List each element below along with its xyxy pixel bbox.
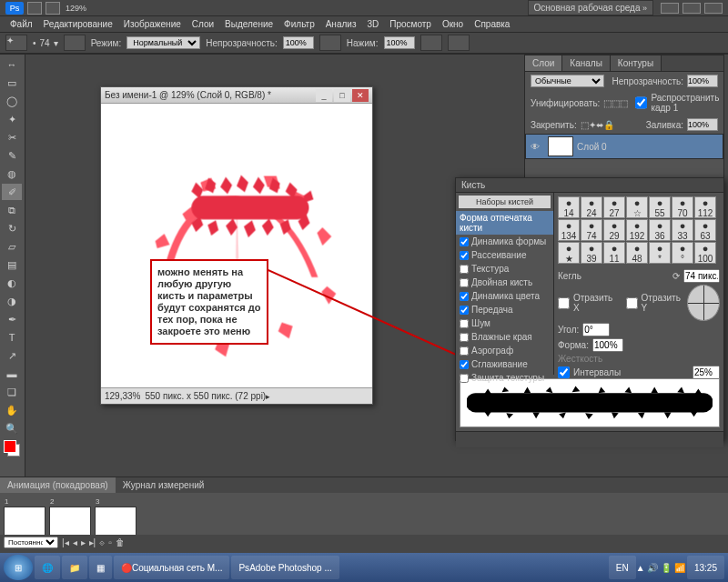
delete-frame-button[interactable]: 🗑 (116, 537, 125, 547)
gradient-tool[interactable]: ▤ (2, 256, 22, 273)
loop-select[interactable]: Постоянно (4, 537, 58, 548)
healing-tool[interactable]: ◍ (2, 166, 22, 182)
tablet-pressure-opacity[interactable] (319, 35, 341, 51)
brush-thumb[interactable]: ●29 (603, 219, 625, 241)
type-tool[interactable]: T (2, 329, 22, 346)
doc-minimize[interactable]: _ (316, 89, 332, 102)
brush-thumb[interactable]: ●48 (626, 242, 648, 264)
brush-presets-button[interactable]: Наборы кистей (459, 196, 551, 208)
brush-option-Влажные края[interactable]: Влажные края (456, 330, 553, 344)
dodge-tool[interactable]: ◑ (2, 293, 22, 309)
flipx-checkbox[interactable] (558, 297, 570, 309)
menu-filter[interactable]: Фильтр (279, 19, 319, 29)
lock-icons[interactable]: ⬚✦⬌🔒 (581, 120, 614, 130)
brush-thumb[interactable]: ●74 (581, 219, 602, 241)
brush-preset-picker[interactable]: ✦ (5, 35, 27, 51)
lasso-tool[interactable]: ◯ (2, 93, 22, 109)
shape-tool[interactable]: ▬ (2, 366, 22, 382)
opacity-input[interactable] (283, 36, 314, 49)
brush-thumbnails[interactable]: ●14●24●27●☆●55●70●112●134●74●29●192●36●3… (558, 196, 720, 264)
brush-thumb[interactable]: ●192 (626, 219, 648, 241)
propagate-checkbox[interactable] (635, 96, 647, 109)
brush-option-Шум[interactable]: Шум (456, 316, 553, 330)
tween-button[interactable]: ⟐ (99, 537, 105, 547)
next-frame-button[interactable]: ▸| (89, 537, 96, 547)
eyedropper-tool[interactable]: ✎ (2, 147, 22, 164)
unify-icons[interactable]: ⬚⬚⬚ (603, 98, 628, 108)
layer-opacity-input[interactable] (687, 75, 718, 87)
crop-tool[interactable]: ✂ (2, 129, 22, 146)
document-titlebar[interactable]: Без имени-1 @ 129% (Слой 0, RGB/8) * _ □… (101, 87, 372, 104)
brush-tool[interactable]: ✐ (2, 184, 22, 200)
minimize-button[interactable] (661, 3, 679, 14)
brush-option-Динамика цвета[interactable]: Динамика цвета (456, 289, 553, 303)
brush-thumb[interactable]: ●55 (649, 196, 671, 218)
taskbar-clock[interactable]: 13:25 (687, 556, 724, 579)
brush-thumb[interactable]: ●☆ (626, 196, 648, 218)
airbrush-toggle[interactable] (420, 35, 442, 51)
taskbar-lang[interactable]: EN (609, 556, 636, 579)
brush-thumb[interactable]: ●14 (558, 196, 580, 218)
brush-thumb[interactable]: ●63 (694, 219, 716, 241)
menu-3d[interactable]: 3D (362, 19, 383, 29)
blend-mode-layers[interactable]: Обычные (531, 75, 604, 87)
brush-thumb[interactable]: ●33 (672, 219, 693, 241)
spacing-input[interactable] (693, 366, 720, 379)
menu-analysis[interactable]: Анализ (321, 19, 361, 29)
pen-tool[interactable]: ✒ (2, 311, 22, 327)
first-frame-button[interactable]: |◂ (62, 537, 69, 547)
doc-maximize[interactable]: □ (334, 89, 350, 102)
menu-select[interactable]: Выделение (220, 19, 278, 29)
move-tool[interactable]: ↔ (2, 56, 22, 73)
taskbar-pin[interactable]: ▦ (89, 556, 112, 579)
taskbar-task-browser[interactable]: 🔴 Социальная сеть М... (114, 556, 229, 579)
tab-layers[interactable]: Слои (525, 55, 562, 71)
zoom-tool[interactable]: 🔍 (2, 420, 22, 436)
taskbar-pin[interactable]: 📁 (62, 556, 87, 579)
brush-panel-title[interactable]: Кисть (456, 178, 723, 193)
brush-thumb[interactable]: ●11 (603, 242, 625, 264)
brush-thumb[interactable]: ●* (649, 242, 671, 264)
tab-channels[interactable]: Каналы (562, 55, 611, 71)
play-button[interactable]: ▸ (81, 537, 86, 547)
roundness-input[interactable] (592, 338, 623, 352)
brush-option-Рассеивание[interactable]: Рассеивание (456, 248, 553, 262)
color-swatch[interactable] (4, 440, 20, 457)
history-brush-tool[interactable]: ↻ (2, 220, 22, 236)
menu-layer[interactable]: Слои (187, 19, 218, 29)
angle-input[interactable] (582, 323, 610, 336)
start-button[interactable]: ⊞ (4, 555, 33, 580)
brush-thumb[interactable]: ●39 (581, 242, 602, 264)
brush-option-Передача[interactable]: Передача (456, 303, 553, 316)
new-frame-button[interactable]: ▫ (108, 537, 112, 547)
brush-thumb[interactable]: ●100 (694, 242, 716, 264)
visibility-icon[interactable]: 👁 (526, 142, 544, 152)
workspace-switcher[interactable]: Основная рабочая среда » (528, 0, 653, 15)
brush-option-Сглаживание[interactable]: Сглаживание (456, 357, 553, 371)
taskbar-tray[interactable]: ▲ 🔊 🔋 📶 (636, 563, 685, 573)
menu-edit[interactable]: Редактирование (39, 19, 117, 29)
brush-option-Двойная кисть[interactable]: Двойная кисть (456, 276, 553, 289)
brush-thumb[interactable]: ●★ (558, 242, 580, 264)
menu-file[interactable]: Файл (5, 19, 37, 29)
size-input[interactable] (683, 269, 720, 283)
angle-dial[interactable] (687, 285, 720, 321)
hand-tool[interactable]: ✋ (2, 402, 22, 418)
taskbar-task-photoshop[interactable]: Ps Adobe Photoshop ... (231, 556, 339, 579)
brush-thumb[interactable]: ●36 (649, 219, 671, 241)
blend-mode-select[interactable]: Нормальный (126, 36, 200, 49)
fill-input[interactable] (687, 118, 718, 131)
flow-input[interactable] (384, 36, 415, 49)
screen-mode-button[interactable] (27, 2, 42, 15)
3d-tool[interactable]: ❏ (2, 384, 22, 400)
brush-thumb[interactable]: ●112 (694, 196, 716, 218)
close-button[interactable] (704, 3, 723, 14)
layer-row[interactable]: 👁 Слой 0 (525, 134, 723, 159)
brush-tip-shape[interactable]: Форма отпечатка кисти (456, 211, 553, 235)
marquee-tool[interactable]: ▭ (2, 75, 22, 91)
brush-thumb[interactable]: ●° (672, 242, 693, 264)
brush-thumb[interactable]: ●24 (581, 196, 602, 218)
maximize-button[interactable] (682, 3, 701, 14)
canvas[interactable] (101, 104, 372, 387)
tab-measurements[interactable]: Журнал измерений (116, 477, 212, 493)
